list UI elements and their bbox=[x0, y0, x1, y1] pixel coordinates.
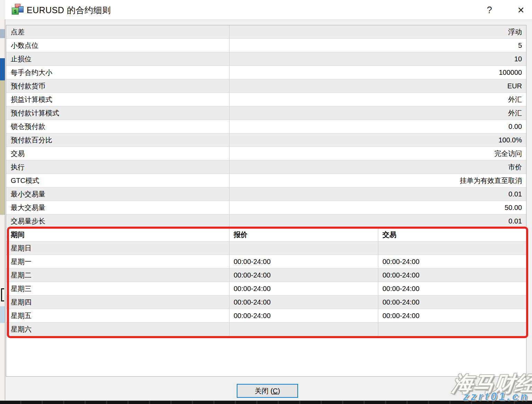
spec-value: 浮动 bbox=[229, 27, 526, 37]
table-empty-area bbox=[6, 336, 526, 376]
spec-value: 50.00 bbox=[229, 204, 526, 212]
table-row: 每手合约大小 100000 bbox=[6, 66, 526, 79]
schedule-day: 星期一 bbox=[6, 255, 229, 268]
spec-value: 市价 bbox=[229, 163, 526, 172]
help-button[interactable]: ? bbox=[482, 3, 497, 17]
spec-value: 100.0% bbox=[229, 136, 526, 144]
background-window-bottom-edge bbox=[0, 401, 532, 404]
dialog-title: EURUSD 的合约细则 bbox=[27, 5, 111, 16]
contract-specs-dialog: $ EURUSD 的合约细则 ? ✕ 点差 浮动 小数点位 5 止损位 10 每… bbox=[0, 0, 532, 404]
table-row: 点差 浮动 bbox=[6, 25, 526, 39]
schedule-day: 星期五 bbox=[6, 309, 229, 322]
schedule-day: 星期日 bbox=[6, 241, 229, 255]
close-button[interactable]: 关闭 (C) bbox=[237, 384, 298, 398]
schedule-header-quotes: 报价 bbox=[229, 228, 378, 241]
close-icon[interactable]: ✕ bbox=[513, 3, 529, 17]
spec-value: EUR bbox=[229, 82, 526, 90]
spec-label: 预付款计算模式 bbox=[6, 106, 229, 120]
background-window-edge bbox=[0, 19, 5, 401]
table-row: GTC模式 挂单为有效直至取消 bbox=[6, 174, 526, 187]
schedule-quotes: 00:00-24:00 bbox=[229, 282, 378, 295]
schedule-row: 星期一 00:00-24:00 00:00-24:00 bbox=[6, 255, 526, 269]
close-button-label-prefix: 关闭 ( bbox=[255, 386, 273, 396]
spec-label: 点差 bbox=[6, 25, 229, 38]
spec-label: 预付款货币 bbox=[6, 79, 229, 93]
spec-label: 交易量步长 bbox=[6, 214, 229, 228]
spec-label: 损益计算模式 bbox=[6, 93, 229, 106]
spec-label: 小数点位 bbox=[6, 39, 229, 52]
table-row: 预付款计算模式 外汇 bbox=[6, 106, 526, 120]
schedule-quotes: 00:00-24:00 bbox=[229, 255, 378, 268]
schedule-quotes bbox=[229, 323, 378, 336]
spec-label: 最小交易量 bbox=[6, 187, 229, 201]
spec-value: 0.01 bbox=[229, 190, 526, 198]
schedule-trade bbox=[378, 241, 526, 255]
spec-label: GTC模式 bbox=[6, 174, 229, 187]
table-row: 损益计算模式 外汇 bbox=[6, 93, 526, 106]
schedule-trade: 00:00-24:00 bbox=[378, 296, 526, 309]
table-row: 最大交易量 50.00 bbox=[6, 201, 526, 214]
schedule-header-row: 期间 报价 交易 bbox=[6, 228, 526, 241]
spec-label: 每手合约大小 bbox=[6, 66, 229, 79]
background-segment bbox=[0, 58, 5, 80]
schedule-row: 星期五 00:00-24:00 00:00-24:00 bbox=[6, 309, 526, 323]
dialog-titlebar: $ EURUSD 的合约细则 ? ✕ bbox=[5, 0, 532, 20]
schedule-row: 星期日 bbox=[6, 241, 526, 255]
spec-label: 执行 bbox=[6, 160, 229, 174]
spec-label: 预付款百分比 bbox=[6, 133, 229, 147]
close-button-label-suffix: ) bbox=[278, 387, 280, 395]
schedule-header-period: 期间 bbox=[6, 228, 229, 241]
table-row: 小数点位 5 bbox=[6, 39, 526, 52]
table-row: 交易量步长 0.01 bbox=[6, 214, 526, 228]
schedule-trade: 00:00-24:00 bbox=[378, 309, 526, 322]
spec-label: 锁仓预付款 bbox=[6, 120, 229, 133]
schedule-day: 星期四 bbox=[6, 296, 229, 309]
spec-value: 外汇 bbox=[229, 108, 526, 118]
background-segment bbox=[0, 80, 5, 215]
spec-label: 最大交易量 bbox=[6, 201, 229, 214]
spec-value: 5 bbox=[229, 42, 526, 50]
spec-value: 挂单为有效直至取消 bbox=[229, 176, 526, 185]
schedule-quotes: 00:00-24:00 bbox=[229, 269, 378, 282]
schedule-quotes: 00:00-24:00 bbox=[229, 309, 378, 322]
table-row: 最小交易量 0.01 bbox=[6, 187, 526, 201]
spec-value: 完全访问 bbox=[229, 149, 526, 158]
schedule-day: 星期三 bbox=[6, 282, 229, 295]
symbol-icon-blue-square bbox=[18, 6, 24, 12]
schedule-quotes bbox=[229, 241, 378, 255]
spec-value: 100000 bbox=[229, 69, 526, 77]
contract-spec-table: 点差 浮动 小数点位 5 止损位 10 每手合约大小 100000 预付款货币 … bbox=[6, 25, 526, 377]
spec-value: 10 bbox=[229, 55, 526, 63]
schedule-row: 星期三 00:00-24:00 00:00-24:00 bbox=[6, 282, 526, 296]
schedule-row: 星期四 00:00-24:00 00:00-24:00 bbox=[6, 296, 526, 309]
schedule-header-trade: 交易 bbox=[378, 228, 526, 241]
schedule-row: 星期六 bbox=[6, 323, 526, 336]
schedule-row: 星期二 00:00-24:00 00:00-24:00 bbox=[6, 269, 526, 282]
spec-value: 外汇 bbox=[229, 95, 526, 104]
table-row: 执行 市价 bbox=[6, 160, 526, 174]
schedule-trade bbox=[378, 323, 526, 336]
schedule-day: 星期二 bbox=[6, 269, 229, 282]
background-segment bbox=[1, 288, 4, 301]
background-segment bbox=[0, 29, 5, 38]
schedule-trade: 00:00-24:00 bbox=[378, 282, 526, 295]
schedule-trade: 00:00-24:00 bbox=[378, 269, 526, 282]
spec-label: 交易 bbox=[6, 147, 229, 160]
table-row: 止损位 10 bbox=[6, 52, 526, 66]
spec-value: 0.01 bbox=[229, 217, 526, 225]
spec-value: 0.00 bbox=[229, 123, 526, 131]
close-button-accesskey: C bbox=[273, 387, 278, 395]
spec-label: 止损位 bbox=[6, 52, 229, 65]
symbol-icon: $ bbox=[12, 4, 24, 16]
schedule-day: 星期六 bbox=[6, 323, 229, 336]
table-row: 交易 完全访问 bbox=[6, 147, 526, 160]
symbol-icon-green-square: $ bbox=[12, 8, 19, 15]
background-segment bbox=[0, 306, 5, 323]
schedule-trade: 00:00-24:00 bbox=[378, 255, 526, 268]
table-row: 预付款百分比 100.0% bbox=[6, 133, 526, 147]
schedule-quotes: 00:00-24:00 bbox=[229, 296, 378, 309]
table-row: 预付款货币 EUR bbox=[6, 79, 526, 93]
table-row: 锁仓预付款 0.00 bbox=[6, 120, 526, 133]
